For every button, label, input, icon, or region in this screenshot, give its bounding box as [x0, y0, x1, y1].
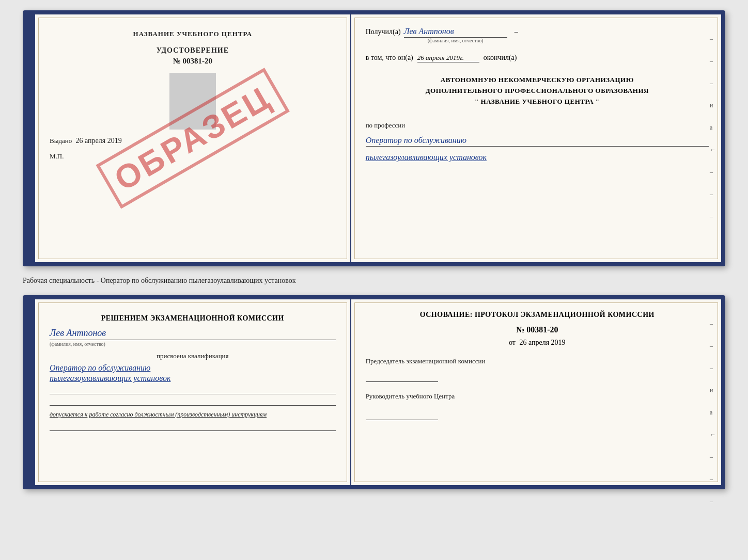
rukovoditel-label: Руководитель учебного Центра	[366, 392, 709, 401]
fio-caption-top: (фамилия, имя, отчество)	[428, 38, 484, 43]
margin-marks-bottom: – – – и а ← – – –	[710, 320, 716, 505]
rukovoditel-block: Руководитель учебного Центра	[366, 392, 709, 420]
poluchil-label: Получил(а)	[366, 28, 401, 36]
chairman-signature-line	[366, 374, 438, 382]
margin-marks-top: – – – и а ← – – –	[710, 35, 716, 220]
top-right-page: Получил(а) Лев Антпонов (фамилия, имя, о…	[351, 14, 721, 262]
bmark-5: а	[710, 409, 716, 417]
person-name: Лев Антпонов	[50, 328, 336, 340]
person-name-block: Лев Антпонов (фамилия, имя, отчество)	[50, 328, 336, 347]
bottom-book-spine	[27, 299, 35, 485]
profession-value2: пылегазоулавливающих установок	[366, 153, 709, 162]
chairman-block: Председатель экзаменационной комиссии	[366, 357, 709, 382]
rukovoditel-signature-line	[366, 412, 438, 420]
допускается-value: работе согласно должностным (производств…	[89, 411, 267, 418]
fio-caption-bottom: (фамилия, имя, отчество)	[50, 341, 336, 347]
mark-6: ←	[710, 146, 716, 154]
blank-line-2	[50, 397, 336, 406]
ot-date-line: от 26 апреля 2019	[366, 339, 709, 347]
допускается-label: допускается к	[50, 411, 87, 418]
mp-label: М.П.	[50, 152, 336, 161]
mark-4: и	[710, 102, 716, 109]
recipient-line: Получил(а) Лев Антпонов (фамилия, имя, о…	[366, 27, 709, 43]
bmark-2: –	[710, 342, 716, 350]
допускается-block: допускается к работе согласно должностны…	[50, 411, 336, 419]
profession-label: по профессии	[366, 121, 709, 130]
vydano-line: Выдано 26 апреля 2019	[50, 137, 336, 145]
bmark-7: –	[710, 453, 716, 461]
bmark-9: –	[710, 498, 716, 505]
photo-placeholder	[169, 73, 216, 130]
org-block: АВТОНОМНУЮ НЕКОММЕРЧЕСКУЮ ОРГАНИЗАЦИЮ ДО…	[366, 75, 709, 107]
profession-value1: Оператор по обслуживанию	[366, 136, 709, 147]
mark-1: –	[710, 35, 716, 43]
cert-section: УДОСТОВЕРЕНИЕ № 00381-20	[50, 46, 336, 66]
blank-line-3	[50, 423, 336, 431]
resolution-text: Решением экзаменационной комиссии	[50, 313, 336, 324]
org-line2: ДОПОЛНИТЕЛЬНОГО ПРОФЕССИОНАЛЬНОГО ОБРАЗО…	[366, 86, 709, 97]
cert-label: УДОСТОВЕРЕНИЕ	[157, 46, 229, 55]
book-spine	[27, 14, 35, 262]
mark-7: –	[710, 168, 716, 176]
top-document: НАЗВАНИЕ УЧЕБНОГО ЦЕНТРА УДОСТОВЕРЕНИЕ №…	[23, 10, 725, 266]
bottom-document: Решением экзаменационной комиссии Лев Ан…	[23, 295, 725, 489]
chairman-label: Председатель экзаменационной комиссии	[366, 357, 709, 365]
osnovaniye-text: Основание: протокол экзаменационной коми…	[366, 311, 709, 319]
ot-date-value: 26 апреля 2019	[519, 339, 565, 346]
bmark-8: –	[710, 475, 716, 483]
cert-number: № 00381-20	[173, 57, 212, 66]
okonchil-label: окончил(а)	[484, 54, 517, 62]
qual-value2: пылегазоулавливающих установок	[50, 374, 336, 383]
qual-value1: Оператор по обслуживанию	[50, 363, 336, 373]
ot-label: от	[509, 339, 516, 346]
separator-text: Рабочая специальность - Оператор по обсл…	[23, 275, 725, 287]
mark-9: –	[710, 213, 716, 220]
protocol-number: № 00381-20	[366, 325, 709, 334]
top-left-page: НАЗВАНИЕ УЧЕБНОГО ЦЕНТРА УДОСТОВЕРЕНИЕ №…	[35, 14, 351, 262]
mark-3: –	[710, 79, 716, 87]
mark-8: –	[710, 190, 716, 198]
bmark-3: –	[710, 364, 716, 372]
date-line: в том, что он(а) 26 апреля 2019г. окончи…	[366, 54, 709, 62]
org-line1: АВТОНОМНУЮ НЕКОММЕРЧЕСКУЮ ОРГАНИЗАЦИЮ	[366, 75, 709, 86]
dash-top: –	[515, 28, 518, 36]
bmark-1: –	[710, 320, 716, 328]
date-label: в том, что он(а)	[366, 54, 413, 62]
mark-5: а	[710, 124, 716, 132]
recipient-name: Лев Антпонов	[404, 27, 507, 38]
bottom-left-page: Решением экзаменационной комиссии Лев Ан…	[35, 299, 351, 485]
vydano-date: 26 апреля 2019	[76, 137, 122, 145]
blank-line-1	[50, 386, 336, 394]
left-page-title: НАЗВАНИЕ УЧЕБНОГО ЦЕНТРА	[50, 30, 336, 38]
date-value: 26 апреля 2019г.	[417, 54, 479, 62]
vydano-label: Выдано	[50, 137, 72, 145]
org-name: " НАЗВАНИЕ УЧЕБНОГО ЦЕНТРА "	[366, 97, 709, 107]
bottom-right-page: Основание: протокол экзаменационной коми…	[351, 299, 721, 485]
mark-2: –	[710, 57, 716, 65]
assigned-qual-label: присвоена квалификация	[50, 352, 336, 360]
bmark-4: и	[710, 387, 716, 394]
bmark-6: ←	[710, 431, 716, 439]
